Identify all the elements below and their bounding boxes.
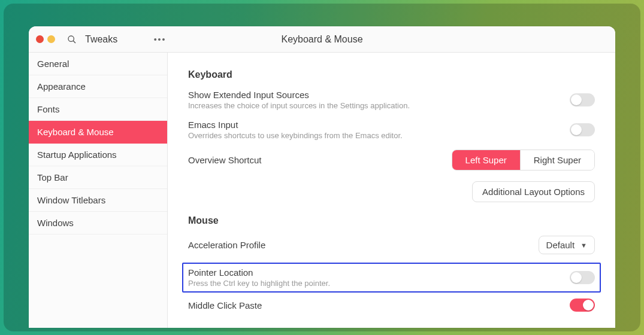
row-title: Show Extended Input Sources (188, 90, 570, 100)
row-middle-click-paste: Middle Click Paste (188, 296, 595, 319)
sidebar-item-windows[interactable]: Windows (29, 212, 167, 234)
sidebar-item-label: General (37, 59, 69, 69)
titlebar: Tweaks ••• Keyboard & Mouse (29, 26, 615, 53)
sidebar-item-titlebars[interactable]: Window Titlebars (29, 189, 167, 212)
minimize-icon[interactable] (47, 35, 55, 43)
titlebar-left: Tweaks ••• (29, 31, 168, 48)
emacs-input-toggle[interactable] (570, 123, 595, 136)
sidebar-item-top-bar[interactable]: Top Bar (29, 166, 167, 189)
keyboard-section-title: Keyboard (188, 69, 595, 80)
row-title: Emacs Input (188, 120, 570, 130)
select-value: Default (546, 240, 575, 250)
sidebar-item-label: Appearance (37, 81, 86, 92)
sidebar-item-label: Startup Applications (37, 150, 117, 160)
row-title: Acceleration Profile (188, 240, 539, 250)
row-title: Middle Click Paste (188, 300, 570, 310)
tweaks-window: Tweaks ••• Keyboard & Mouse General Appe… (29, 26, 615, 328)
acceleration-profile-select[interactable]: Default ▼ (539, 236, 595, 254)
mouse-section-title: Mouse (188, 215, 595, 226)
chevron-down-icon: ▼ (580, 242, 587, 249)
sidebar-item-keyboard-mouse[interactable]: Keyboard & Mouse (29, 121, 167, 144)
window-shadow: Tweaks ••• Keyboard & Mouse General Appe… (4, 4, 640, 331)
row-subtitle: Press the Ctrl key to highlight the poin… (188, 279, 570, 288)
row-acceleration-profile: Acceleration Profile Default ▼ (188, 233, 595, 261)
pointer-location-highlight: Pointer Location Press the Ctrl key to h… (182, 263, 601, 293)
svg-line-1 (73, 41, 75, 43)
row-overview-shortcut: Overview Shortcut Left Super Right Super (188, 147, 595, 178)
sidebar-item-label: Window Titlebars (37, 195, 105, 205)
sidebar-item-appearance[interactable]: Appearance (29, 75, 167, 98)
overview-shortcut-segmented: Left Super Right Super (452, 150, 595, 170)
extended-input-toggle[interactable] (570, 93, 595, 106)
sidebar-item-label: Keyboard & Mouse (37, 127, 114, 137)
row-extended-input-sources: Show Extended Input Sources Increases th… (188, 87, 595, 117)
search-icon (67, 35, 77, 44)
middle-click-paste-toggle[interactable] (570, 299, 595, 312)
row-title: Overview Shortcut (188, 155, 452, 165)
sidebar: General Appearance Fonts Keyboard & Mous… (29, 53, 168, 328)
svg-point-0 (68, 36, 74, 41)
window-body: General Appearance Fonts Keyboard & Mous… (29, 53, 615, 328)
row-subtitle: Increases the choice of input sources in… (188, 101, 570, 110)
row-title: Pointer Location (188, 267, 570, 278)
content-pane: Keyboard Show Extended Input Sources Inc… (168, 53, 615, 328)
row-subtitle: Overrides shortcuts to use keybindings f… (188, 131, 570, 140)
row-emacs-input: Emacs Input Overrides shortcuts to use k… (188, 117, 595, 147)
app-title: Tweaks (85, 34, 152, 45)
sidebar-item-general[interactable]: General (29, 53, 167, 75)
search-button[interactable] (64, 31, 80, 48)
layout-options-row: Additional Layout Options (188, 181, 595, 202)
sidebar-item-label: Windows (37, 218, 74, 228)
more-menu-button[interactable]: ••• (152, 35, 168, 44)
close-icon[interactable] (36, 35, 44, 43)
pointer-location-toggle[interactable] (570, 271, 595, 284)
sidebar-item-fonts[interactable]: Fonts (29, 98, 167, 121)
additional-layout-options-button[interactable]: Additional Layout Options (472, 181, 595, 202)
sidebar-item-startup[interactable]: Startup Applications (29, 144, 167, 166)
row-pointer-location: Pointer Location Press the Ctrl key to h… (188, 266, 595, 289)
overview-left-super-button[interactable]: Left Super (452, 150, 520, 170)
desktop-background: Tweaks ••• Keyboard & Mouse General Appe… (0, 0, 644, 335)
sidebar-item-label: Top Bar (37, 172, 68, 182)
overview-right-super-button[interactable]: Right Super (520, 150, 594, 170)
sidebar-item-label: Fonts (37, 104, 60, 114)
